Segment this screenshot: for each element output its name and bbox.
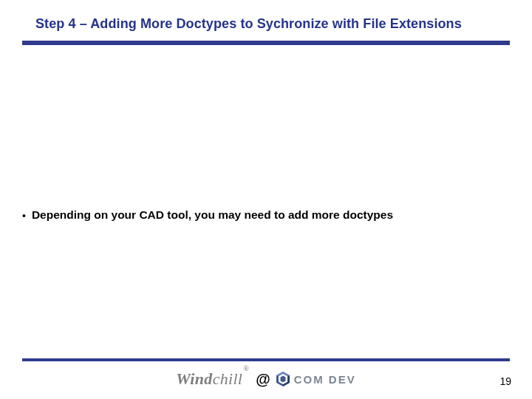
at-symbol: @: [256, 371, 270, 388]
windchill-light: chill: [213, 369, 243, 388]
windchill-logo: Windchill®: [176, 369, 250, 389]
slide-title: Step 4 – Adding More Doctypes to Sychron…: [35, 16, 494, 32]
brand-group: Windchill® @ COM DEV: [176, 369, 355, 389]
comdev-label: COM DEV: [294, 373, 356, 386]
comdev-logo-group: COM DEV: [276, 372, 356, 386]
comdev-text: COM DEV: [294, 373, 356, 386]
bullet-text: Depending on your CAD tool, you may need…: [32, 208, 393, 222]
page-number: 19: [499, 375, 511, 387]
body-content: • Depending on your CAD tool, you may ne…: [22, 208, 510, 222]
list-item: • Depending on your CAD tool, you may ne…: [22, 208, 510, 222]
svg-marker-4: [280, 376, 285, 383]
bullet-icon: •: [22, 209, 26, 222]
registered-icon: ®: [243, 364, 249, 372]
hexagon-icon: [276, 372, 290, 386]
footer: Windchill® @ COM DEV: [0, 368, 532, 390]
slide: Step 4 – Adding More Doctypes to Sychron…: [0, 0, 532, 399]
divider-bottom: [22, 358, 510, 361]
windchill-bold: Wind: [176, 369, 212, 388]
divider-top: [22, 41, 510, 45]
